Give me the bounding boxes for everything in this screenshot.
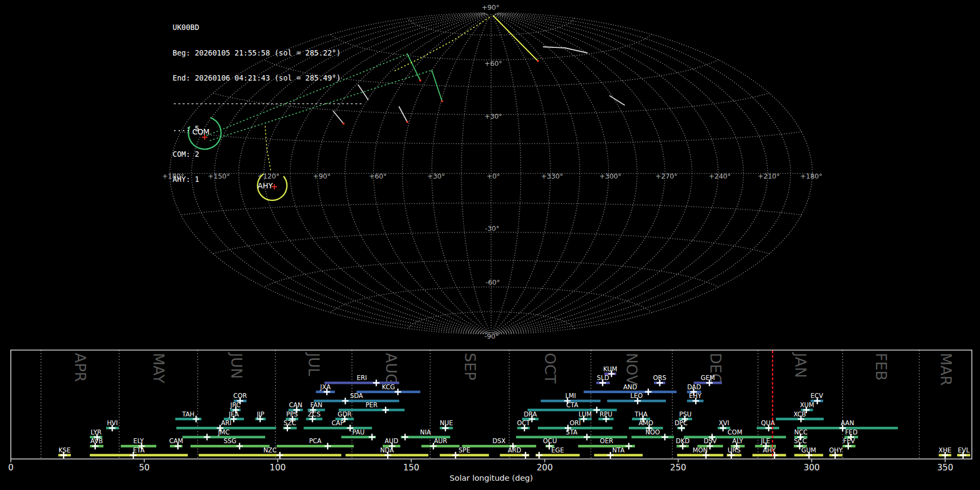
shower-label-COR: COR <box>233 392 247 400</box>
shower-label-PCA: PCA <box>309 437 322 445</box>
shower-label-JRC: JRC <box>230 401 241 409</box>
count-sporadic: ...: 5 <box>173 125 363 133</box>
shower-label-PSU: PSU <box>679 411 692 418</box>
peak-marker-PAU <box>369 434 375 440</box>
latitude-label: +60° <box>485 59 503 68</box>
shower-label-COM: COM <box>727 428 742 436</box>
shower-label-NZC: NZC <box>264 446 277 454</box>
month-label-OCT: OCT <box>542 353 559 384</box>
peak-marker-SDA <box>342 397 348 404</box>
shower-label-SDA: SDA <box>350 392 363 400</box>
peak-marker-NIA <box>402 434 408 440</box>
activity-bar-ETA <box>90 454 188 457</box>
shower-label-XUM: XUM <box>800 401 814 409</box>
shower-label-GDR: GDR <box>338 411 352 418</box>
activity-bar-SSG <box>191 445 270 448</box>
activity-bar-STA <box>516 436 627 439</box>
shower-label-AMO: AMO <box>639 419 653 427</box>
x-tick-label: 300 <box>804 463 820 473</box>
shower-label-XVI: XVI <box>719 419 729 427</box>
shower-label-JLE: JLE <box>760 437 770 445</box>
shower-label-TAH: TAH <box>182 411 195 418</box>
latitude-label: -60° <box>486 278 500 286</box>
latitude-label: -90° <box>485 332 499 340</box>
month-label-JAN: JAN <box>792 352 809 378</box>
shower-label-EVL: EVL <box>958 446 970 454</box>
shower-label-LUM: LUM <box>579 411 592 418</box>
shower-label-FED: FED <box>845 428 857 436</box>
shower-label-LMI: LMI <box>565 392 576 400</box>
peak-marker-EGE <box>536 452 542 458</box>
longitude-label: +30° <box>427 172 445 180</box>
x-tick-label: 350 <box>937 463 953 473</box>
activity-bar-NZC <box>199 454 341 457</box>
COM-meteor-2-end-point <box>441 100 443 102</box>
shower-label-FEV: FEV <box>843 437 855 445</box>
latitude-label: +30° <box>485 112 503 120</box>
longitude-label: +180° <box>800 172 823 180</box>
shower-label-GEM: GEM <box>701 374 715 382</box>
radiant-and-activity-plot: +90°+60°+30°-30°-60°-90°+180°+150°+120°+… <box>0 0 980 490</box>
peak-marker-STA <box>584 434 590 440</box>
shower-label-OCU: OCU <box>543 437 557 445</box>
peak-marker-JMC <box>204 434 210 440</box>
meteor-report-screen: UK00BD Beg: 20260105 21:55:58 (sol = 285… <box>0 0 980 490</box>
shower-label-ZCS: ZCS <box>308 411 320 418</box>
grid-parallel <box>213 232 769 254</box>
activity-bar-AND <box>584 391 677 394</box>
x-tick-label: 200 <box>537 463 553 473</box>
shower-label-GUM: GUM <box>801 446 816 454</box>
shower-label-ARD: ARD <box>508 446 522 454</box>
activity-bar-JMC <box>182 436 265 439</box>
peak-marker-AND <box>645 389 652 395</box>
activity-bar-CTA <box>528 409 617 412</box>
shower-label-SZC: SZC <box>284 419 296 427</box>
shower-label-SSG: SSG <box>224 437 237 445</box>
shower-label-ELY: ELY <box>133 437 144 445</box>
shower-label-OER: OER <box>600 437 613 445</box>
longitude-label: +300° <box>599 172 622 180</box>
activity-timeline: APRMAYJUNJULAUGSEPOCTNOVDECJANFEBMARKSEE… <box>8 350 972 482</box>
shower-label-ARI: ARI <box>221 419 231 427</box>
shower-label-FAN: FAN <box>310 401 322 409</box>
shower-label-NUE: NUE <box>440 419 453 427</box>
count-com: COM: 2 <box>173 150 363 159</box>
shower-label-NOO: NOO <box>645 428 660 436</box>
shower-label-DAD: DAD <box>687 383 701 391</box>
longitude-label: +60° <box>369 172 387 180</box>
AHY-meteor-1-trail <box>493 16 538 61</box>
shower-label-THA: THA <box>634 411 648 418</box>
month-label-NOV: NOV <box>623 353 640 385</box>
peak-marker-SPE <box>452 452 459 458</box>
shower-label-AUR: AUR <box>434 437 447 445</box>
activity-bar-CAP <box>304 427 372 430</box>
peak-marker-ERI <box>373 379 379 386</box>
COM-meteor-1-end-point <box>419 79 421 82</box>
activity-bar-NTA <box>594 454 642 457</box>
shower-label-SPE: SPE <box>458 446 470 454</box>
session-end: End: 20260106 04:21:43 (sol = 285.49°) <box>173 74 363 83</box>
peak-marker-NOO <box>661 434 668 440</box>
month-label-MAR: MAR <box>938 353 954 386</box>
x-axis-title: Solar longitude (deg) <box>450 474 533 482</box>
shower-label-CAM: CAM <box>169 437 183 445</box>
sporadic-2-end-point <box>406 121 408 123</box>
activity-bar-AAN <box>797 427 898 430</box>
shower-label-DPC: DPC <box>675 419 688 427</box>
activity-bar-DSX <box>462 445 536 448</box>
shower-label-JXA: JXA <box>320 383 330 391</box>
activity-bar-SDA <box>314 400 399 402</box>
shower-label-EHY: EHY <box>689 392 702 400</box>
shower-label-NTA: NTA <box>612 446 625 454</box>
shower-label-RPU: RPU <box>599 411 612 418</box>
COM-meteor-1-trail <box>407 54 420 81</box>
peak-marker-SSG <box>236 443 243 449</box>
sporadic-4-trail <box>610 96 624 105</box>
month-label-AUG: AUG <box>383 353 400 385</box>
shower-label-XCB: XCB <box>794 411 806 418</box>
session-header: UK00BD Beg: 20260105 21:55:58 (sol = 285… <box>173 7 363 201</box>
activity-bar-KCG <box>357 391 420 394</box>
longitude-label: +330° <box>541 172 564 180</box>
shower-label-DSX: DSX <box>493 437 506 445</box>
shower-label-KUM: KUM <box>603 365 617 373</box>
